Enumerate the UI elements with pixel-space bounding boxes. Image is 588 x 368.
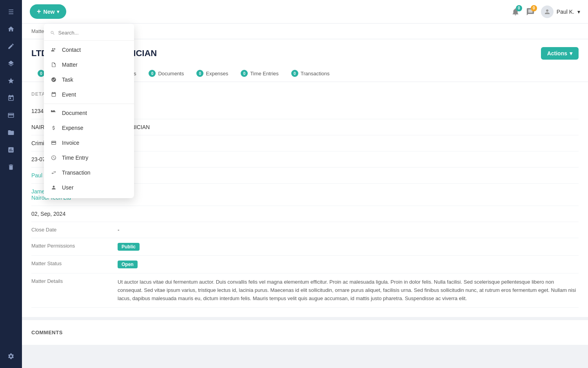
expenses-tab-label: Expenses <box>206 71 228 77</box>
calendar-icon[interactable] <box>4 91 18 105</box>
matter-details-label: Matter Details <box>31 278 118 284</box>
notification1-button[interactable]: 0 <box>511 7 520 16</box>
user-menu-button[interactable]: Paul K. ▾ <box>541 5 580 18</box>
comments-title: COMMENTS <box>31 330 579 335</box>
document-menu-item[interactable]: Document <box>44 106 134 120</box>
star-icon[interactable] <box>4 74 18 88</box>
documents-badge: 0 <box>149 70 156 77</box>
transactions-tab[interactable]: 0 Transactions <box>285 66 336 82</box>
actions-label: Actions <box>547 50 567 56</box>
invoice-menu-item[interactable]: Invoice <box>44 135 134 150</box>
permissions-label: Matter Permissions <box>31 243 118 249</box>
time-entries-badge: 0 <box>241 70 248 77</box>
comments-section: COMMENTS <box>22 317 588 345</box>
pen-icon[interactable] <box>4 39 18 53</box>
event-menu-item[interactable]: Event <box>44 87 134 102</box>
documents-tab[interactable]: 0 Documents <box>142 66 190 82</box>
event-label: Event <box>62 91 76 98</box>
status-value: Open <box>118 261 579 268</box>
open-date-row: 02, Sep, 2024 <box>31 206 579 222</box>
expense-label: Expense <box>62 125 83 131</box>
documents-tab-label: Documents <box>158 71 184 77</box>
close-date-value: - <box>118 227 579 233</box>
time-entries-tab[interactable]: 0 Time Entries <box>234 66 285 82</box>
time-entry-icon <box>50 154 57 161</box>
topbar-right: 0 0 Paul K. ▾ <box>511 5 580 18</box>
main-area: + New ▾ 0 0 Paul K. ▾ <box>22 0 588 368</box>
expenses-tab[interactable]: 0 Expenses <box>190 66 234 82</box>
notification2-button[interactable]: 0 <box>526 7 535 16</box>
gear-icon[interactable] <box>4 349 18 363</box>
permissions-value: Public <box>118 243 579 251</box>
divider <box>44 40 134 41</box>
divider2 <box>44 104 134 104</box>
user-menu-item[interactable]: User <box>44 180 134 195</box>
transaction-menu-item[interactable]: Transaction <box>44 165 134 180</box>
dropdown-search-input[interactable] <box>58 30 128 36</box>
user-label: User <box>62 184 74 191</box>
matter-menu-item[interactable]: Matter <box>44 57 134 72</box>
actions-button[interactable]: Actions ▾ <box>541 47 579 60</box>
task-label: Task <box>62 77 73 83</box>
status-row: Matter Status Open <box>31 256 579 273</box>
user-name: Paul K. <box>557 9 574 15</box>
card-icon[interactable] <box>4 108 18 122</box>
invoice-icon <box>50 139 57 146</box>
matter-details-row: Matter Details Ut auctor lacus vitae dui… <box>31 273 579 308</box>
notif1-badge: 0 <box>516 5 522 11</box>
home-icon[interactable] <box>4 22 18 36</box>
trash-icon[interactable] <box>4 160 18 174</box>
permissions-row: Matter Permissions Public <box>31 238 579 256</box>
event-icon <box>50 91 57 98</box>
topbar: + New ▾ 0 0 Paul K. ▾ <box>22 0 588 24</box>
chart-icon[interactable] <box>4 143 18 157</box>
user-icon <box>50 184 57 191</box>
contact-label: Contact <box>62 47 81 53</box>
document-icon <box>50 109 57 117</box>
contact-icon <box>50 46 57 53</box>
sidebar: ☰ <box>0 0 22 368</box>
open-date-value: 02, Sep, 2024 <box>31 211 579 217</box>
expenses-badge: 0 <box>196 70 203 77</box>
matter-label: Matter <box>62 62 78 68</box>
public-badge: Public <box>118 243 140 251</box>
folder-icon[interactable] <box>4 126 18 140</box>
transaction-icon <box>50 169 57 176</box>
new-label: New <box>44 9 55 15</box>
time-entry-label: Time Entry <box>62 155 88 161</box>
new-dropdown-menu: Contact Matter Task Event Document <box>44 24 134 198</box>
expense-icon <box>50 124 57 131</box>
hamburger-icon[interactable]: ☰ <box>4 5 18 19</box>
matter-icon <box>50 61 57 68</box>
invoice-label: Invoice <box>62 140 79 146</box>
task-menu-item[interactable]: Task <box>44 72 134 87</box>
time-entries-tab-label: Time Entries <box>250 71 278 77</box>
new-chevron-icon: ▾ <box>57 9 59 15</box>
matter-details-text: Ut auctor lacus vitae dui fermentum auct… <box>118 278 579 302</box>
user-avatar <box>541 5 554 18</box>
open-badge: Open <box>118 261 138 268</box>
actions-chevron-icon: ▾ <box>570 50 572 56</box>
transaction-label: Transaction <box>62 169 91 176</box>
status-label: Matter Status <box>31 261 118 266</box>
close-date-row: Close Date - <box>31 222 579 238</box>
transactions-tab-label: Transactions <box>301 71 330 77</box>
expense-menu-item[interactable]: Expense <box>44 120 134 135</box>
new-button[interactable]: + New ▾ <box>30 4 66 19</box>
close-date-label: Close Date <box>31 227 118 233</box>
document-label: Document <box>62 110 87 116</box>
search-icon <box>50 30 55 36</box>
time-entry-menu-item[interactable]: Time Entry <box>44 150 134 165</box>
layers-icon[interactable] <box>4 56 18 71</box>
user-chevron-icon: ▾ <box>577 9 580 15</box>
contact-menu-item[interactable]: Contact <box>44 42 134 57</box>
plus-icon: + <box>37 7 41 16</box>
notif2-badge: 0 <box>531 5 537 11</box>
task-icon <box>50 76 57 83</box>
dropdown-search-container <box>44 27 134 39</box>
transactions-badge: 0 <box>291 70 298 77</box>
